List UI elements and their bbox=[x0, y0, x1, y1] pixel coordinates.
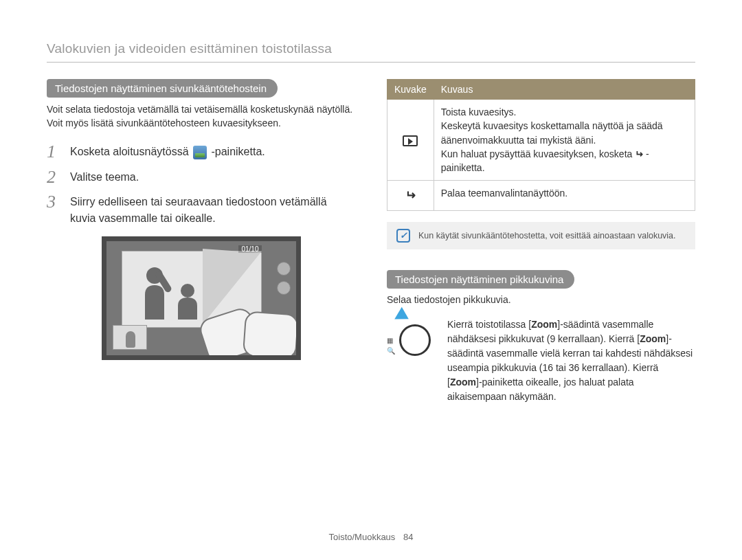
zoom-dial-illustration: ▦ 🔍 bbox=[387, 317, 436, 356]
left-column: Tiedostojen näyttäminen sivunkääntötehos… bbox=[47, 79, 355, 404]
grid-icon: ▦ bbox=[387, 337, 395, 344]
section-pill-pageflip: Tiedostojen näyttäminen sivunkääntötehos… bbox=[47, 79, 278, 98]
page-title: Valokuvien ja videoiden esittäminen tois… bbox=[47, 41, 695, 63]
page-number: 84 bbox=[403, 532, 413, 542]
zoom-bold: Zoom bbox=[640, 333, 666, 344]
play-slideshow-icon bbox=[403, 135, 418, 146]
zoom-bold: Zoom bbox=[531, 319, 557, 330]
step-1-post: -painiketta. bbox=[211, 146, 265, 157]
page-footer: Toisto/Muokkaus 84 bbox=[0, 532, 742, 542]
step-3-text: Siirry edelliseen tai seuraavaan tiedost… bbox=[70, 192, 355, 227]
step-number: 3 bbox=[47, 192, 62, 212]
col-header-desc: Kuvaus bbox=[434, 80, 695, 100]
note-box: ✓ Kun käytät sivunkääntötehostetta, voit… bbox=[387, 222, 695, 249]
row2-text: Palaa teemanvalintanäyttöön. bbox=[434, 181, 695, 210]
back-arrow-icon: ↵ bbox=[635, 147, 643, 161]
zoom-instruction-text: Kierrä toistotilassa [Zoom]-säädintä vas… bbox=[447, 317, 695, 404]
step-number: 2 bbox=[47, 168, 62, 188]
col-header-icon: Kuvake bbox=[387, 80, 434, 100]
intro-text: Voit selata tiedostoja vetämällä tai vet… bbox=[47, 103, 355, 130]
steps-list: 1 Kosketa aloitusnäytössä -painiketta. 2… bbox=[47, 142, 355, 227]
slideshow-app-icon bbox=[193, 146, 207, 159]
note-text: Kun käytät sivunkääntötehostetta, voit e… bbox=[418, 231, 676, 240]
two-column-layout: Tiedostojen näyttäminen sivunkääntötehos… bbox=[47, 79, 695, 404]
row1-line1: Toista kuvaesitys. bbox=[441, 105, 688, 119]
zoom-bold: Zoom bbox=[450, 377, 476, 388]
swipe-hand-icon bbox=[242, 311, 298, 360]
screen-side-controls bbox=[274, 262, 293, 310]
step-2-text: Valitse teema. bbox=[70, 168, 355, 186]
photo-silhouette bbox=[133, 258, 222, 320]
zoom-t1: Kierrä toistotilassa [ bbox=[447, 319, 531, 330]
photo-counter: 01/10 bbox=[238, 245, 261, 253]
step-number: 1 bbox=[47, 142, 62, 162]
svg-point-2 bbox=[181, 284, 194, 298]
table-row: Toista kuvaesitys. Keskeytä kuvaesitys k… bbox=[387, 100, 695, 181]
step-3: 3 Siirry edelliseen tai seuraavaan tiedo… bbox=[47, 192, 355, 227]
step-1: 1 Kosketa aloitusnäytössä -painiketta. bbox=[47, 142, 355, 162]
side-dot-icon bbox=[277, 262, 291, 276]
section-pill-thumbnails: Tiedostojen näyttäminen pikkukuvina bbox=[387, 270, 574, 289]
thumbnails-intro: Selaa tiedostojen pikkukuvia. bbox=[387, 294, 695, 305]
magnify-icon: 🔍 bbox=[387, 347, 395, 355]
footer-section: Toisto/Muokkaus bbox=[329, 532, 396, 542]
step-1-pre: Kosketa aloitusnäytössä bbox=[70, 146, 192, 157]
zoom-side-glyphs: ▦ 🔍 bbox=[387, 317, 395, 355]
camera-screen-illustration: 01/10 bbox=[102, 236, 301, 360]
row1-line2: Keskeytä kuvaesitys koskettamalla näyttö… bbox=[441, 119, 688, 147]
side-dot-icon bbox=[277, 281, 291, 295]
step-2: 2 Valitse teema. bbox=[47, 168, 355, 188]
right-column: Kuvake Kuvaus Toista kuvaesitys. Keskeyt… bbox=[387, 79, 695, 404]
back-arrow-icon: ↵ bbox=[405, 186, 416, 204]
zoom-instruction-row: ▦ 🔍 Kierrä toistotilassa [Zoom]-säädintä… bbox=[387, 317, 695, 404]
row1-line3-pre: Kun haluat pysäyttää kuvaesityksen, kosk… bbox=[441, 148, 636, 159]
note-icon: ✓ bbox=[396, 229, 410, 243]
zoom-dial-icon bbox=[399, 324, 431, 356]
icon-description-table: Kuvake Kuvaus Toista kuvaesitys. Keskeyt… bbox=[387, 79, 695, 211]
thumbnail-preview bbox=[113, 325, 147, 350]
table-row: ↵ Palaa teemanvalintanäyttöön. bbox=[387, 181, 695, 210]
